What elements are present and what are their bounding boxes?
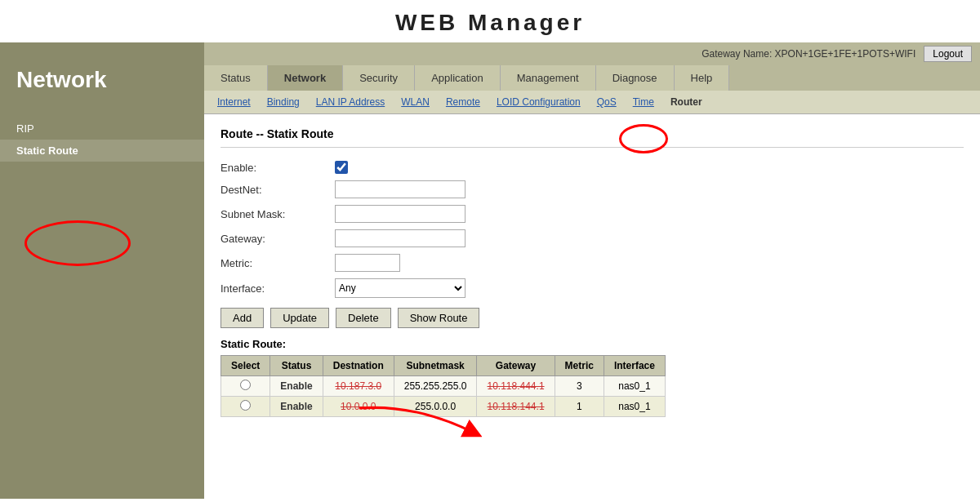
row1-gateway: 10.118.444.1 <box>477 376 555 397</box>
static-route-table: Select Status Destnation Subnetmask Gate… <box>220 355 666 417</box>
page-title: WEB Manager <box>0 0 980 42</box>
metric-input[interactable] <box>335 254 400 272</box>
row1-metric: 3 <box>555 376 604 397</box>
sidebar-item-rip[interactable]: RIP <box>0 118 204 140</box>
subnav-item-lan-ip[interactable]: LAN IP Address <box>308 94 394 110</box>
row2-metric: 1 <box>555 397 604 417</box>
enable-checkbox[interactable] <box>335 161 348 174</box>
row1-status: Enable <box>270 376 323 397</box>
sidebar-title: Network <box>0 51 204 118</box>
nav-bar: Status Network Security Application Mana… <box>204 65 980 91</box>
page-content: Route -- Statix Route Enable: DestNet: S… <box>204 114 980 499</box>
subnet-mask-input[interactable] <box>335 205 466 223</box>
interface-select[interactable]: Any nas0_1 nas0_2 br0 <box>335 278 466 298</box>
logout-button[interactable]: Logout <box>924 46 972 62</box>
row2-gateway: 10.118.144.1 <box>477 397 555 417</box>
destnet-label: DestNet: <box>220 184 335 196</box>
show-route-button[interactable]: Show Route <box>398 308 480 328</box>
row2-destination: 10.0.0.0 <box>323 397 394 417</box>
row2-interface: nas0_1 <box>604 397 665 417</box>
subnav-item-router[interactable]: Router <box>662 94 710 110</box>
nav-item-help[interactable]: Help <box>675 65 730 91</box>
sub-nav: Internet Binding LAN IP Address WLAN Rem… <box>204 91 980 114</box>
col-interface: Interface <box>604 356 665 376</box>
col-status: Status <box>270 356 323 376</box>
subnav-item-loid[interactable]: LOID Configuration <box>488 94 589 110</box>
table-row: Enable 10.187.3.0 255.255.255.0 10.118.4… <box>221 376 666 397</box>
row2-subnetmask: 255.0.0.0 <box>394 397 477 417</box>
table-label: Static Route: <box>220 338 964 350</box>
nav-item-network[interactable]: Network <box>268 65 343 91</box>
table-row: Enable 10.0.0.0 255.0.0.0 10.118.144.1 1… <box>221 397 666 417</box>
row1-destination: 10.187.3.0 <box>323 376 394 397</box>
row1-subnetmask: 255.255.255.0 <box>394 376 477 397</box>
section-title: Route -- Statix Route <box>220 127 964 148</box>
update-button[interactable]: Update <box>270 308 329 328</box>
enable-row: Enable: <box>220 161 964 174</box>
interface-label: Interface: <box>220 282 335 295</box>
nav-item-application[interactable]: Application <box>415 65 501 91</box>
add-button[interactable]: Add <box>220 308 264 328</box>
col-gateway: Gateway <box>477 356 555 376</box>
metric-label: Metric: <box>220 257 335 269</box>
nav-item-management[interactable]: Management <box>501 65 596 91</box>
gateway-label: Gateway: <box>220 233 335 245</box>
delete-button[interactable]: Delete <box>336 308 391 328</box>
nav-item-security[interactable]: Security <box>343 65 415 91</box>
row2-select[interactable] <box>221 397 270 417</box>
subnav-item-time[interactable]: Time <box>625 94 662 110</box>
gateway-row: Gateway: <box>220 229 964 247</box>
row1-select[interactable] <box>221 376 270 397</box>
gateway-input[interactable] <box>335 229 466 247</box>
sidebar: Network RIP Static Route <box>0 42 204 499</box>
row2-status: Enable <box>270 397 323 417</box>
enable-label: Enable: <box>220 162 335 174</box>
col-destination: Destnation <box>323 356 394 376</box>
gateway-name: Gateway Name: XPON+1GE+1FE+1POTS+WIFI <box>702 48 915 60</box>
interface-row: Interface: Any nas0_1 nas0_2 br0 <box>220 278 964 298</box>
col-subnetmask: Subnetmask <box>394 356 477 376</box>
col-metric: Metric <box>555 356 604 376</box>
subnav-item-binding[interactable]: Binding <box>259 94 308 110</box>
content-area: Gateway Name: XPON+1GE+1FE+1POTS+WIFI Lo… <box>204 42 980 499</box>
subnet-mask-row: Subnet Mask: <box>220 205 964 223</box>
col-select: Select <box>221 356 270 376</box>
subnav-item-remote[interactable]: Remote <box>438 94 488 110</box>
subnav-item-internet[interactable]: Internet <box>209 94 259 110</box>
buttons-row: Add Update Delete Show Route <box>220 308 964 328</box>
subnet-mask-label: Subnet Mask: <box>220 208 335 220</box>
nav-item-status[interactable]: Status <box>204 65 268 91</box>
row1-interface: nas0_1 <box>604 376 665 397</box>
destnet-row: DestNet: <box>220 180 964 198</box>
nav-item-diagnose[interactable]: Diagnose <box>596 65 675 91</box>
destnet-input[interactable] <box>335 180 466 198</box>
metric-row: Metric: <box>220 254 964 272</box>
sidebar-item-static-route[interactable]: Static Route <box>0 140 204 162</box>
subnav-item-qos[interactable]: QoS <box>589 94 625 110</box>
top-bar: Gateway Name: XPON+1GE+1FE+1POTS+WIFI Lo… <box>204 42 980 65</box>
subnav-item-wlan[interactable]: WLAN <box>393 94 438 110</box>
